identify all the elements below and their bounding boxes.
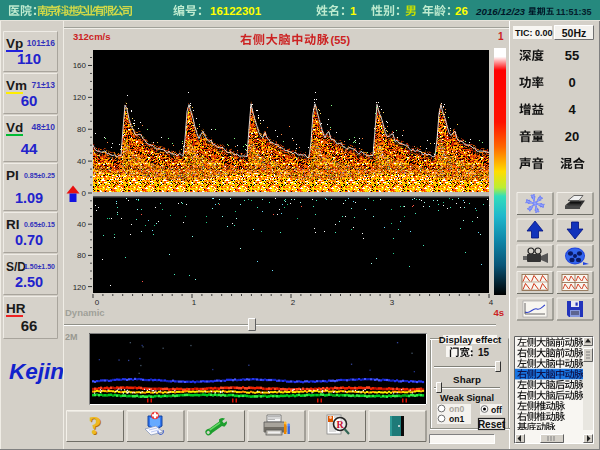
svg-text:120: 120 [73, 283, 87, 292]
svg-text:on1: on1 [449, 414, 464, 424]
svg-text:101±16: 101±16 [27, 38, 56, 48]
svg-text:0: 0 [568, 75, 575, 90]
svg-text:0.70: 0.70 [15, 232, 43, 248]
svg-text:Kejin: Kejin [9, 359, 64, 384]
svg-text:R: R [336, 419, 344, 430]
svg-text:120: 120 [73, 93, 87, 102]
svg-text:TIC: 0.00: TIC: 0.00 [515, 28, 553, 38]
svg-text:1: 1 [192, 298, 197, 307]
svg-text:15: 15 [478, 347, 490, 358]
svg-text:0: 0 [95, 298, 100, 307]
svg-text:2016/12/23: 2016/12/23 [475, 6, 526, 17]
svg-text:26: 26 [455, 5, 468, 17]
svg-text:2: 2 [291, 298, 296, 307]
svg-text:40: 40 [77, 157, 86, 166]
svg-text:Vd: Vd [6, 120, 23, 135]
svg-text:160: 160 [73, 61, 87, 70]
svg-text:0.85±0.25: 0.85±0.25 [24, 172, 55, 179]
svg-text:55: 55 [565, 48, 579, 63]
svg-text:PI: PI [6, 168, 19, 183]
svg-text:312cm/s: 312cm/s [73, 31, 111, 42]
svg-text:0: 0 [82, 189, 87, 198]
svg-text:66: 66 [21, 317, 38, 334]
svg-text:80: 80 [77, 251, 86, 260]
svg-text:off: off [491, 405, 502, 415]
svg-text:RI: RI [6, 217, 20, 232]
svg-text:71±13: 71±13 [31, 80, 55, 90]
svg-text:Vp: Vp [6, 36, 23, 51]
svg-text:Weak Signal: Weak Signal [440, 393, 494, 403]
svg-text:Reset: Reset [478, 419, 506, 430]
svg-text:50Hz: 50Hz [562, 27, 587, 39]
svg-text:Vm: Vm [6, 78, 27, 93]
svg-text:3: 3 [390, 298, 395, 307]
svg-text:4: 4 [568, 102, 576, 117]
svg-text:1.50±1.50: 1.50±1.50 [24, 263, 55, 270]
svg-text:HR: HR [6, 301, 26, 316]
svg-text:4: 4 [489, 298, 494, 307]
svg-text:4s: 4s [493, 307, 504, 318]
svg-text:16122301: 16122301 [210, 5, 262, 17]
svg-text:11:51:35: 11:51:35 [556, 7, 592, 17]
svg-text:60: 60 [21, 92, 38, 109]
svg-text:on0: on0 [449, 404, 464, 414]
svg-text:Sharp: Sharp [453, 374, 481, 385]
svg-text:1: 1 [350, 5, 357, 17]
svg-text:1.09: 1.09 [15, 190, 43, 206]
svg-text:1: 1 [498, 31, 504, 42]
svg-text:80: 80 [77, 125, 86, 134]
svg-text:0.65±0.15: 0.65±0.15 [24, 221, 55, 228]
svg-text:20: 20 [565, 129, 579, 144]
svg-text:2.50: 2.50 [15, 274, 43, 290]
svg-text:(55): (55) [331, 34, 351, 46]
svg-text:110: 110 [17, 50, 41, 67]
svg-text:Display effect: Display effect [439, 334, 502, 345]
svg-text:44: 44 [21, 140, 38, 157]
svg-text:40: 40 [77, 220, 86, 229]
svg-text:Dynamic: Dynamic [65, 307, 105, 318]
svg-text:?: ? [89, 411, 102, 440]
svg-text:2M: 2M [65, 332, 78, 342]
svg-text:48±10: 48±10 [31, 122, 55, 132]
